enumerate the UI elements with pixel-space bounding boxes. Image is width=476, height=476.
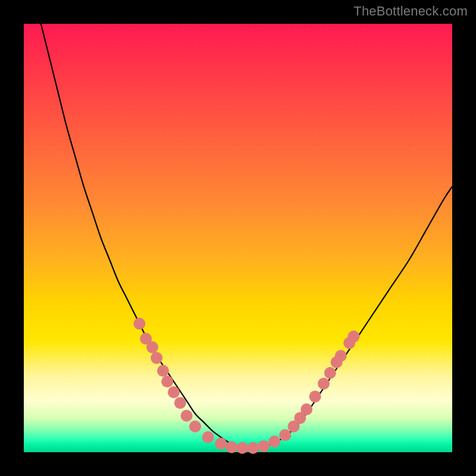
marker-dot xyxy=(268,436,280,447)
marker-dot xyxy=(309,390,321,402)
marker-dot xyxy=(181,410,193,422)
marker-dot xyxy=(324,367,336,379)
marker-dot xyxy=(174,397,186,409)
marker-dots xyxy=(133,318,359,454)
marker-dot xyxy=(202,431,214,443)
marker-dot xyxy=(151,352,162,364)
marker-dot xyxy=(279,429,291,441)
marker-dot xyxy=(335,350,347,362)
marker-dot xyxy=(226,441,237,453)
marker-dot xyxy=(146,342,158,353)
bottleneck-curve xyxy=(41,24,452,448)
marker-dot xyxy=(189,421,201,433)
watermark-text: TheBottleneck.com xyxy=(353,4,468,19)
marker-dot xyxy=(161,375,173,387)
chart-frame: TheBottleneck.com xyxy=(0,0,476,476)
marker-dot xyxy=(236,442,248,454)
marker-dot xyxy=(318,378,330,390)
marker-dot xyxy=(215,438,227,450)
chart-canvas xyxy=(24,24,452,452)
marker-dot xyxy=(247,442,259,454)
marker-dot xyxy=(300,403,312,415)
marker-dot xyxy=(168,386,180,398)
marker-dot xyxy=(133,318,145,330)
marker-dot xyxy=(258,440,270,452)
marker-dot xyxy=(157,365,169,377)
marker-dot xyxy=(347,331,359,343)
